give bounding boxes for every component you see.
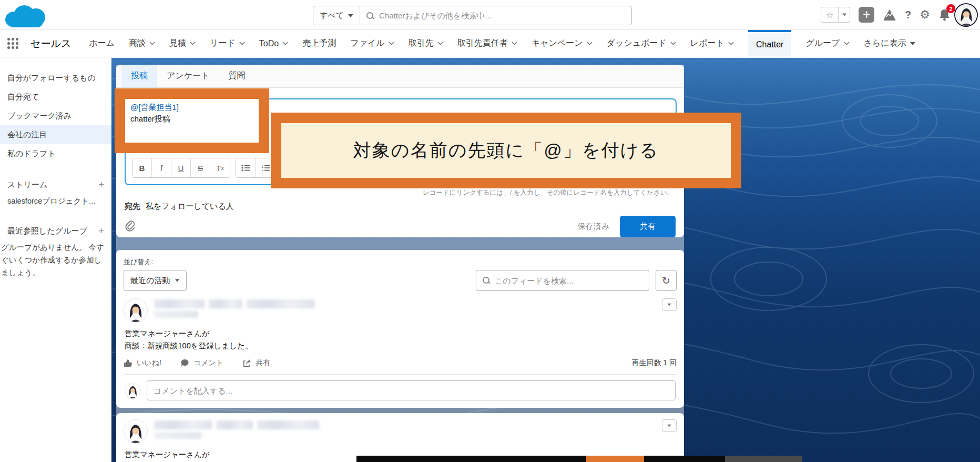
italic-button[interactable]: I bbox=[152, 158, 171, 177]
nav-item-accounts[interactable]: 取引先 bbox=[409, 30, 443, 57]
app-name: セールス bbox=[30, 37, 71, 51]
global-search: すべて bbox=[313, 6, 632, 25]
tab-poll[interactable]: アンケート bbox=[157, 65, 219, 87]
redacted-poster-name bbox=[154, 419, 319, 439]
chatter-sidebar: 自分がフォローするもの 自分宛て ブックマーク済み 会社の注目 私のドラフト ス… bbox=[0, 58, 111, 462]
sort-label: 並び替え: bbox=[124, 257, 677, 267]
sidebar-item-bookmarked[interactable]: ブックマーク済み bbox=[0, 106, 111, 125]
chevron-down-icon bbox=[844, 42, 850, 45]
chevron-down-icon bbox=[437, 42, 443, 45]
chevron-down-icon bbox=[587, 42, 593, 45]
favorite-star-button[interactable]: ☆ bbox=[821, 7, 839, 23]
bulleted-list-icon bbox=[241, 164, 250, 172]
salesforce-chatter-window: すべて ☆ ＋ ? ⚙ bbox=[0, 0, 980, 462]
groups-section-title: 最近参照したグループ bbox=[7, 226, 87, 236]
tab-post[interactable]: 投稿 bbox=[121, 65, 157, 87]
feed-item-menu-button[interactable] bbox=[662, 419, 677, 432]
salesforce-logo-icon bbox=[5, 4, 54, 27]
search-scope-dropdown[interactable]: すべて bbox=[313, 6, 360, 25]
nav-item-quotes[interactable]: 見積 bbox=[169, 30, 196, 57]
search-icon bbox=[366, 12, 374, 19]
feed-item-menu-button[interactable] bbox=[662, 298, 677, 311]
plus-icon: ＋ bbox=[861, 7, 872, 21]
share-post-button[interactable]: 共有 bbox=[620, 216, 676, 237]
chevron-down-icon bbox=[670, 42, 676, 45]
feed-card: 営業マネージャーさんが 商談：新規商談10を登録しました。 いいね! コメント bbox=[116, 413, 684, 462]
feed-search bbox=[476, 270, 649, 291]
composer-body-text: chatter投稿 bbox=[130, 113, 259, 125]
sidebar-item-company-highlights[interactable]: 会社の注目 bbox=[0, 125, 111, 144]
nav-item-forecasts[interactable]: 売上予測 bbox=[302, 30, 336, 57]
strikethrough-button[interactable]: S bbox=[191, 158, 210, 177]
nav-item-groups[interactable]: グループ bbox=[805, 30, 849, 57]
clear-formatting-button[interactable]: Tx bbox=[210, 158, 230, 177]
nav-item-leads[interactable]: リード bbox=[210, 30, 245, 57]
share-icon bbox=[242, 359, 251, 367]
global-search-input[interactable] bbox=[379, 11, 625, 20]
share-button[interactable]: 共有 bbox=[242, 358, 270, 368]
sidebar-item-my-drafts[interactable]: 私のドラフト bbox=[0, 144, 111, 163]
caret-down-icon bbox=[667, 425, 671, 427]
video-progress-bar[interactable] bbox=[356, 456, 802, 462]
refresh-feed-button[interactable]: ↻ bbox=[656, 270, 677, 291]
notifications-button[interactable]: 2 bbox=[938, 8, 951, 21]
caret-down-icon bbox=[910, 42, 915, 45]
question-icon: ? bbox=[905, 9, 911, 21]
underline-button[interactable]: U bbox=[171, 158, 191, 177]
tab-question[interactable]: 質問 bbox=[219, 65, 255, 87]
nav-item-todo[interactable]: ToDo bbox=[259, 30, 288, 57]
chatter-main-region: 投稿 アンケート 質問 B I U S Tx bbox=[111, 58, 980, 462]
groups-empty-message: グループがありません。 今すぐいくつか作成するか参加しましょう。 bbox=[0, 239, 111, 279]
comment-button[interactable]: コメント bbox=[180, 358, 223, 368]
commenter-avatar bbox=[125, 383, 141, 399]
person-avatar-image bbox=[125, 383, 140, 398]
audience-value[interactable]: 私をフォローしている人 bbox=[146, 202, 234, 212]
search-icon bbox=[483, 277, 490, 284]
refresh-icon: ↻ bbox=[662, 275, 670, 287]
streams-section-title: ストリーム bbox=[7, 180, 47, 190]
nav-item-files[interactable]: ファイル bbox=[350, 30, 394, 57]
app-launcher-icon[interactable] bbox=[7, 38, 19, 49]
nav-item-reports[interactable]: レポート bbox=[690, 30, 734, 57]
nav-item-contacts[interactable]: 取引先責任者 bbox=[457, 30, 517, 57]
sidebar-item-to-me[interactable]: 自分宛て bbox=[0, 87, 111, 106]
bulleted-list-button[interactable] bbox=[236, 158, 256, 177]
nav-item-more[interactable]: さらに表示 bbox=[864, 30, 915, 57]
feed-search-input[interactable] bbox=[495, 276, 642, 285]
publisher-tabs: 投稿 アンケート 質問 bbox=[116, 65, 684, 88]
help-button[interactable]: ? bbox=[905, 9, 911, 21]
add-group-button[interactable]: + bbox=[98, 225, 104, 237]
caret-down-icon bbox=[842, 14, 846, 16]
callout-text: 対象の名前の先頭に「@」を付ける bbox=[353, 138, 659, 163]
sort-dropdown[interactable]: 最近の活動 bbox=[124, 270, 187, 291]
attach-file-button[interactable] bbox=[125, 220, 135, 234]
person-avatar-image bbox=[124, 299, 147, 322]
nav-item-dashboards[interactable]: ダッシュボード bbox=[607, 30, 676, 57]
sidebar-item-what-i-follow[interactable]: 自分がフォローするもの bbox=[0, 68, 111, 87]
chevron-down-icon bbox=[282, 42, 288, 45]
chevron-down-icon bbox=[149, 42, 155, 45]
favorites-menu-button[interactable] bbox=[839, 7, 850, 23]
setup-button[interactable]: ⚙ bbox=[920, 9, 930, 21]
chevron-down-icon bbox=[512, 42, 517, 45]
nav-item-chatter[interactable]: Chatter bbox=[748, 30, 791, 57]
favorites-control: ☆ bbox=[821, 7, 850, 23]
numbered-list-icon bbox=[261, 164, 270, 172]
user-avatar[interactable] bbox=[954, 3, 978, 27]
stream-item-salesforce-project[interactable]: salesforceプロジェクト... bbox=[0, 193, 111, 209]
nav-item-campaigns[interactable]: キャンペーン bbox=[532, 30, 593, 57]
video-buffer-segment bbox=[725, 456, 802, 462]
global-actions-button[interactable]: ＋ bbox=[859, 7, 874, 23]
poster-avatar[interactable] bbox=[124, 419, 148, 444]
chevron-down-icon bbox=[728, 42, 734, 45]
nav-item-opportunities[interactable]: 商談 bbox=[129, 30, 155, 57]
mention-link[interactable]: @[営業担当1] bbox=[130, 102, 259, 113]
nav-item-home[interactable]: ホーム bbox=[89, 30, 115, 57]
like-button[interactable]: いいね! bbox=[124, 358, 161, 368]
bold-button[interactable]: B bbox=[132, 158, 152, 177]
guidance-center-button[interactable] bbox=[883, 8, 896, 21]
add-stream-button[interactable]: + bbox=[98, 179, 104, 190]
poster-avatar[interactable] bbox=[124, 298, 148, 323]
comment-input[interactable] bbox=[147, 380, 676, 400]
chevron-down-icon bbox=[190, 42, 196, 45]
